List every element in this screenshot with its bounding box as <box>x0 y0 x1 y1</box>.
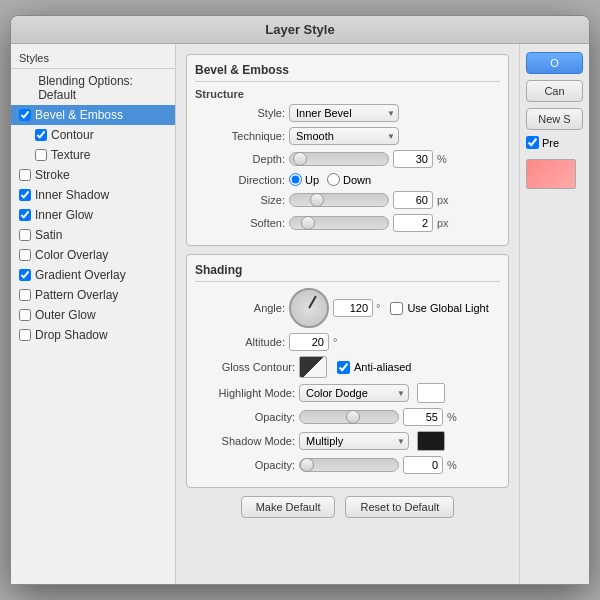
sidebar-checkbox-satin[interactable] <box>19 229 31 241</box>
sidebar-item-inner-shadow[interactable]: Inner Shadow <box>11 185 175 205</box>
direction-down-radio[interactable] <box>327 173 340 186</box>
technique-select[interactable]: SmoothChisel HardChisel Soft <box>289 127 399 145</box>
sidebar-checkbox-drop-shadow[interactable] <box>19 329 31 341</box>
sidebar-label-stroke: Stroke <box>35 168 70 182</box>
shadow-opacity-row: Opacity: % <box>195 456 500 474</box>
sidebar-checkbox-inner-shadow[interactable] <box>19 189 31 201</box>
main-content-area: Bevel & Emboss Structure Style: Inner Be… <box>176 44 519 584</box>
style-select-wrapper[interactable]: Inner BevelOuter BevelEmbossPillow Embos… <box>289 104 399 122</box>
ok-button[interactable]: O <box>526 52 583 74</box>
soften-input[interactable] <box>393 214 433 232</box>
technique-select-wrapper[interactable]: SmoothChisel HardChisel Soft <box>289 127 399 145</box>
sidebar-header: Styles <box>11 48 175 66</box>
angle-dial[interactable] <box>289 288 329 328</box>
sidebar-item-satin[interactable]: Satin <box>11 225 175 245</box>
sidebar-checkbox-contour[interactable] <box>35 129 47 141</box>
gloss-contour-row: Gloss Contour: Anti-aliased <box>195 356 500 378</box>
global-light-label: Use Global Light <box>407 302 488 314</box>
sidebar-item-outer-glow[interactable]: Outer Glow <box>11 305 175 325</box>
size-input[interactable] <box>393 191 433 209</box>
style-label: Style: <box>195 107 285 119</box>
angle-unit: ° <box>376 302 380 314</box>
angle-label: Angle: <box>195 302 285 314</box>
soften-slider[interactable] <box>289 216 389 230</box>
soften-row: Soften: px <box>195 214 500 232</box>
direction-up-item: Up <box>289 173 319 186</box>
styles-sidebar: Styles Blending Options: DefaultBevel & … <box>11 44 176 584</box>
sidebar-checkbox-gradient-overlay[interactable] <box>19 269 31 281</box>
global-light-checkbox[interactable] <box>390 302 403 315</box>
sidebar-checkbox-bevel[interactable] <box>19 109 31 121</box>
highlight-opacity-slider[interactable] <box>299 410 399 424</box>
size-label: Size: <box>195 194 285 206</box>
gloss-contour-preview[interactable] <box>299 356 327 378</box>
style-row: Style: Inner BevelOuter BevelEmbossPillo… <box>195 104 500 122</box>
style-select[interactable]: Inner BevelOuter BevelEmbossPillow Embos… <box>289 104 399 122</box>
depth-input[interactable] <box>393 150 433 168</box>
sidebar-label-inner-glow: Inner Glow <box>35 208 93 222</box>
sidebar-item-drop-shadow[interactable]: Drop Shadow <box>11 325 175 345</box>
soften-label: Soften: <box>195 217 285 229</box>
anti-aliased-label: Anti-aliased <box>354 361 411 373</box>
sidebar-item-bevel[interactable]: Bevel & Emboss <box>11 105 175 125</box>
sidebar-item-stroke[interactable]: Stroke <box>11 165 175 185</box>
highlight-color-swatch[interactable] <box>417 383 445 403</box>
angle-input-group: ° <box>333 299 380 317</box>
sidebar-item-color-overlay[interactable]: Color Overlay <box>11 245 175 265</box>
sidebar-item-blending[interactable]: Blending Options: Default <box>11 71 175 105</box>
sidebar-item-pattern-overlay[interactable]: Pattern Overlay <box>11 285 175 305</box>
make-default-button[interactable]: Make Default <box>241 496 336 518</box>
sidebar-label-inner-shadow: Inner Shadow <box>35 188 109 202</box>
cancel-button[interactable]: Can <box>526 80 583 102</box>
new-style-button[interactable]: New S <box>526 108 583 130</box>
highlight-opacity-unit: % <box>447 411 457 423</box>
reset-to-default-button[interactable]: Reset to Default <box>345 496 454 518</box>
size-slider[interactable] <box>289 193 389 207</box>
direction-radio-group: Up Down <box>289 173 371 186</box>
sidebar-item-contour[interactable]: Contour <box>11 125 175 145</box>
sidebar-item-gradient-overlay[interactable]: Gradient Overlay <box>11 265 175 285</box>
highlight-mode-row: Highlight Mode: Color DodgeNormalMultipl… <box>195 383 500 403</box>
layer-style-dialog: Layer Style Styles Blending Options: Def… <box>10 15 590 585</box>
bevel-emboss-section: Bevel & Emboss Structure Style: Inner Be… <box>186 54 509 246</box>
direction-down-label: Down <box>343 174 371 186</box>
gloss-contour-label: Gloss Contour: <box>195 361 295 373</box>
sidebar-item-texture[interactable]: Texture <box>11 145 175 165</box>
shadow-color-swatch[interactable] <box>417 431 445 451</box>
shadow-opacity-input[interactable] <box>403 456 443 474</box>
technique-row: Technique: SmoothChisel HardChisel Soft <box>195 127 500 145</box>
sidebar-checkbox-outer-glow[interactable] <box>19 309 31 321</box>
anti-aliased-checkbox[interactable] <box>337 361 350 374</box>
shadow-mode-row: Shadow Mode: MultiplyNormalColor DodgeSc… <box>195 431 500 451</box>
direction-row: Direction: Up Down <box>195 173 500 186</box>
shadow-mode-label: Shadow Mode: <box>195 435 295 447</box>
sidebar-label-contour: Contour <box>51 128 94 142</box>
technique-label: Technique: <box>195 130 285 142</box>
angle-input[interactable] <box>333 299 373 317</box>
preview-checkbox[interactable] <box>526 136 539 149</box>
altitude-input[interactable] <box>289 333 329 351</box>
shadow-mode-select[interactable]: MultiplyNormalColor DodgeScreenOverlay <box>299 432 409 450</box>
sidebar-checkbox-pattern-overlay[interactable] <box>19 289 31 301</box>
shadow-opacity-slider[interactable] <box>299 458 399 472</box>
highlight-mode-select-wrapper[interactable]: Color DodgeNormalMultiplyScreenOverlay <box>299 384 409 402</box>
sidebar-checkbox-texture[interactable] <box>35 149 47 161</box>
direction-up-radio[interactable] <box>289 173 302 186</box>
sidebar-label-blending: Blending Options: Default <box>38 74 167 102</box>
shading-section: Shading Angle: ° Use Global Light Altitu… <box>186 254 509 488</box>
shadow-opacity-unit: % <box>447 459 457 471</box>
altitude-row: Altitude: ° <box>195 333 500 351</box>
sidebar-checkbox-color-overlay[interactable] <box>19 249 31 261</box>
depth-slider[interactable] <box>289 152 389 166</box>
preview-checkbox-row: Pre <box>526 136 583 149</box>
shadow-mode-select-wrapper[interactable]: MultiplyNormalColor DodgeScreenOverlay <box>299 432 409 450</box>
sidebar-item-inner-glow[interactable]: Inner Glow <box>11 205 175 225</box>
sidebar-checkbox-inner-glow[interactable] <box>19 209 31 221</box>
highlight-mode-select[interactable]: Color DodgeNormalMultiplyScreenOverlay <box>299 384 409 402</box>
highlight-opacity-row: Opacity: % <box>195 408 500 426</box>
sidebar-label-gradient-overlay: Gradient Overlay <box>35 268 126 282</box>
sidebar-checkbox-stroke[interactable] <box>19 169 31 181</box>
shadow-opacity-label: Opacity: <box>195 459 295 471</box>
sidebar-label-drop-shadow: Drop Shadow <box>35 328 108 342</box>
highlight-opacity-input[interactable] <box>403 408 443 426</box>
